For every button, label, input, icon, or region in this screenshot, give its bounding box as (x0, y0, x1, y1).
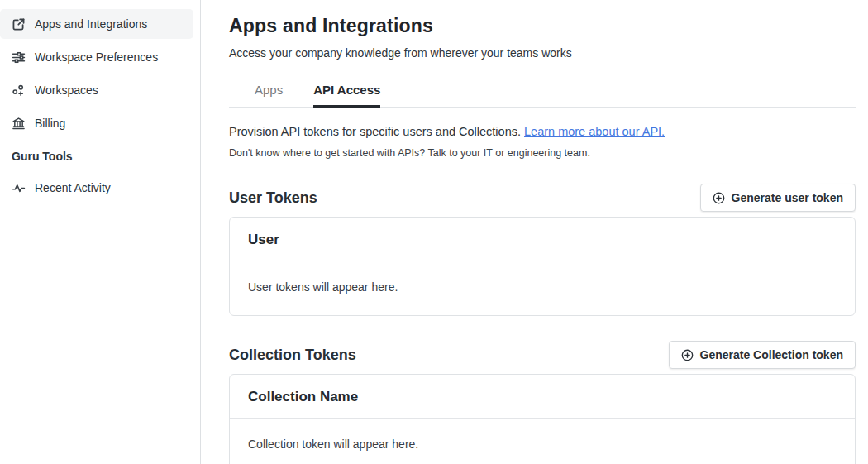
sidebar-item-label: Billing (35, 117, 65, 130)
collection-tokens-column-header: Collection Name (230, 375, 855, 419)
api-description: Provision API tokens for specific users … (229, 125, 856, 138)
page-subtitle: Access your company knowledge from where… (229, 46, 856, 60)
workspaces-icon (12, 84, 26, 98)
sidebar-item-label: Workspace Preferences (35, 50, 158, 64)
api-help-text: Don't know where to get started with API… (229, 147, 856, 159)
collection-tokens-table: Collection Name Collection token will ap… (229, 374, 856, 464)
tab-bar: Apps API Access (229, 83, 856, 108)
sidebar-item-workspaces[interactable]: Workspaces (0, 74, 193, 107)
collection-tokens-heading: Collection Tokens (229, 347, 356, 364)
sidebar-section-guru-tools: Guru Tools (0, 140, 200, 171)
generate-user-token-button[interactable]: Generate user token (700, 184, 856, 212)
settings-sidebar: Apps and Integrations Workspace Preferen… (0, 0, 201, 464)
generate-collection-token-label: Generate Collection token (700, 348, 843, 361)
sidebar-item-label: Recent Activity (35, 181, 111, 194)
collection-tokens-empty-state: Collection token will appear here. (230, 419, 855, 464)
user-tokens-table: User User tokens will appear here. (229, 217, 856, 316)
user-tokens-heading: User Tokens (229, 189, 317, 207)
user-tokens-section: User Tokens Generate user token User Use… (229, 184, 856, 316)
page-title: Apps and Integrations (229, 15, 856, 37)
generate-user-token-label: Generate user token (732, 191, 843, 204)
generate-collection-token-button[interactable]: Generate Collection token (669, 341, 856, 369)
api-description-text: Provision API tokens for specific users … (229, 125, 521, 138)
learn-more-api-link[interactable]: Learn more about our API. (524, 125, 665, 138)
main-content: Apps and Integrations Access your compan… (201, 0, 868, 464)
tab-api-access[interactable]: API Access (313, 83, 380, 107)
bank-icon (12, 117, 26, 131)
sidebar-item-workspace-preferences[interactable]: Workspace Preferences (0, 41, 193, 74)
user-tokens-empty-state: User tokens will appear here. (230, 261, 855, 315)
sidebar-item-label: Apps and Integrations (35, 17, 147, 31)
tab-apps[interactable]: Apps (255, 83, 283, 107)
user-tokens-column-header: User (230, 218, 855, 261)
sidebar-item-apps-and-integrations[interactable]: Apps and Integrations (0, 9, 193, 39)
plus-circle-icon (681, 349, 694, 361)
collection-tokens-section: Collection Tokens Generate Collection to… (229, 341, 856, 464)
activity-icon (12, 181, 26, 195)
sidebar-item-billing[interactable]: Billing (0, 107, 193, 140)
sliders-icon (12, 50, 26, 65)
sidebar-item-recent-activity[interactable]: Recent Activity (0, 171, 193, 204)
external-link-icon (12, 17, 26, 31)
plus-circle-icon (713, 192, 725, 204)
sidebar-item-label: Workspaces (35, 84, 98, 97)
